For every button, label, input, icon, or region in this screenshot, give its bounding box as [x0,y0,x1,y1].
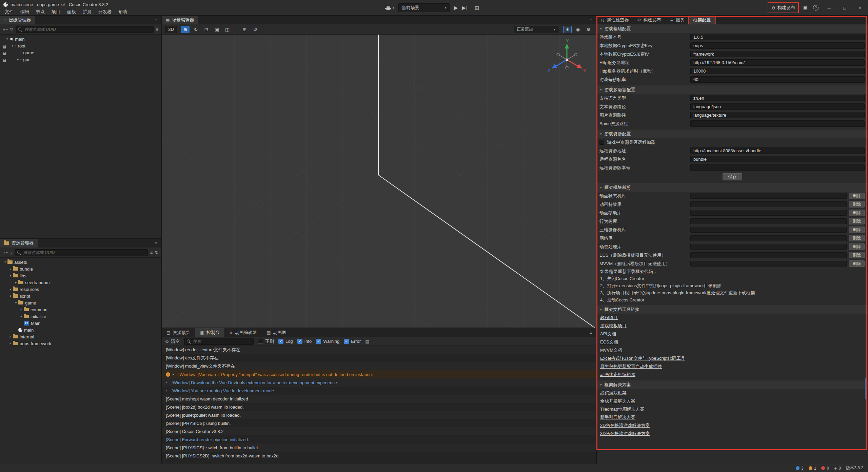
image-res-path-input[interactable] [690,112,865,118]
create-node-button[interactable]: +▾ [3,27,8,32]
log-row[interactable]: [Scene] meshopt wasm decoder initialized [162,395,596,403]
collapse-icon[interactable]: ▾ [5,37,9,41]
expand-icon[interactable]: ▸ [16,58,20,61]
regex-checkbox[interactable] [258,339,263,344]
doc-link[interactable]: 动画状态机编辑器 [600,372,635,378]
tree-node[interactable]: ▾ ▣ main [0,36,161,42]
collapse-icon[interactable]: ▾ [14,301,18,304]
warning-count-badge[interactable]: 1 [809,466,816,471]
expand-icon[interactable]: ▸ [8,288,13,291]
create-asset-button[interactable]: +▾ [3,250,8,255]
info-filter[interactable]: ✓ Info [297,339,312,344]
light-toggle-icon[interactable]: ☀ [563,26,572,33]
lock-icon[interactable] [3,44,6,50]
preview-device-button[interactable]: ▾ [385,6,394,10]
section-basic-config[interactable]: ▾ 游戏基础配置 [597,24,868,33]
log-checkbox[interactable]: ✓ [278,339,283,344]
gizmo-visibility-icon[interactable]: ◉ [574,26,582,33]
assets-search-input[interactable] [23,250,145,255]
delete-button[interactable]: 删除 [849,235,865,241]
asset-node[interactable]: ▾ assets [0,259,161,266]
build-tasks-icon[interactable]: ▣ [803,5,808,11]
expand-icon[interactable]: ▸ [14,281,18,284]
solution-link[interactable]: Tiledmap地图解决方案 [600,406,645,412]
clear-console-button[interactable]: ⊘ 清空 [165,338,180,345]
remote-version-input[interactable] [690,164,865,171]
menu-extension[interactable]: 扩展 [79,9,95,15]
tab-framework-config[interactable]: 框架配置 [689,16,715,24]
log-filter[interactable]: ✓ Log [278,339,293,344]
doc-link[interactable]: API文档 [600,331,616,337]
log-row[interactable]: [Window] ecs文件夹不存在 [162,354,596,362]
menu-node[interactable]: 节点 [33,9,48,15]
save-button[interactable]: 保存 [723,173,742,180]
menu-edit[interactable]: 编辑 [17,9,33,15]
undo-view-icon[interactable]: ↺ [251,26,259,33]
delete-button[interactable]: 删除 [849,260,865,267]
minimize-button[interactable]: ─ [824,5,834,11]
panel-menu-icon[interactable]: ≡ [151,240,161,246]
doc-link[interactable]: 游戏模板项目 [600,323,627,329]
doc-link[interactable]: 原生包热更新配置自动生成插件 [600,363,662,370]
error-checkbox[interactable]: ✓ [344,339,349,344]
log-row[interactable]: [Scene] [PHYSICS2D]: switch from box2d-w… [162,452,596,460]
tree-node[interactable]: ▾ ▫ root [0,42,161,49]
doc-link[interactable]: Excel格式转Json文件与TypeScript代码工具 [600,355,685,361]
solution-link[interactable]: 3D角色扮演游戏解决方案 [600,431,650,437]
remote-url-input[interactable] [690,148,865,154]
asset-node[interactable]: TS Main [0,320,161,327]
menu-file[interactable]: 文件 [1,9,17,15]
filter-icon[interactable]: ▽ [10,27,13,32]
delete-button[interactable]: 删除 [849,218,865,224]
console-search-input[interactable] [193,339,251,344]
log-row[interactable]: [Scene] [bullet]:bullet wasm lib loaded. [162,411,596,419]
sort-filter-icon[interactable]: ≡ [156,27,158,32]
expand-icon[interactable]: ▸ [8,267,13,271]
tab-build-publish[interactable]: ⚙ 构建发布 [633,16,665,24]
game-version-input[interactable] [690,34,865,40]
menu-help[interactable]: 帮助 [115,9,131,15]
delete-button[interactable]: 删除 [849,227,865,233]
frame-rate-input[interactable] [690,76,865,83]
remote-bundle-input[interactable] [690,156,865,162]
crypto-key-input[interactable] [690,42,865,49]
transform-space-icon[interactable]: ◫ [223,26,232,33]
assets-tab[interactable]: 资源管理器 [0,239,38,248]
delete-button[interactable]: 删除 [849,201,865,208]
tab-animation-graph[interactable]: ▦ 动画图 [262,328,291,337]
delete-button[interactable]: 删除 [849,193,865,199]
log-row-warning[interactable]: ! ▸ [Window] [Vue warn]: Property "onInp… [162,370,596,378]
projection-mode-button[interactable]: 3D [165,26,177,33]
language-types-input[interactable] [690,95,865,101]
asset-node[interactable]: ▾ libs [0,272,161,279]
log-row[interactable]: [Window] model_view文件夹不存在 [162,362,596,370]
collapse-icon[interactable]: ▾ [8,294,13,298]
info-count-badge[interactable]: 3 [796,466,804,471]
doc-link[interactable]: ECS文档 [600,339,618,345]
delete-button[interactable]: 删除 [849,252,865,258]
doc-link[interactable]: MVVM文档 [600,347,622,353]
expand-icon[interactable]: ▸ [166,389,169,392]
asset-node[interactable]: ▸ oops-framework [0,340,161,347]
collapse-icon[interactable]: ▾ [8,274,13,277]
render-mode-select[interactable]: 正常渲染 ▾ [514,26,558,33]
help-icon[interactable]: ? [813,5,818,11]
menu-developer[interactable]: 开发者 [95,9,115,15]
remote-load-checkbox[interactable] [599,140,604,145]
rect-tool-icon[interactable]: ▣ [213,26,221,33]
collapse-icon[interactable]: ▾ [10,44,15,47]
log-row-info[interactable]: ▸ [Window] You are running Vue in develo… [162,387,596,395]
asset-node[interactable]: ▸ bundle [0,266,161,272]
text-res-path-input[interactable] [690,103,865,110]
maximize-button[interactable]: □ [840,5,850,11]
lock-icon[interactable] [3,51,6,56]
section-doc-links[interactable]: ▾ 框架文档工具链接 [597,305,868,314]
expand-icon[interactable]: ▸ [166,381,169,384]
perf-badge[interactable]: ◈ 0 [834,466,841,471]
warning-checkbox[interactable]: ✓ [316,339,321,344]
log-row[interactable]: [Scene] [box2d]:box2d wasm lib loaded. [162,403,596,411]
layout-grid-icon[interactable]: ⊞ [475,5,479,11]
tree-node[interactable]: ▸ ▫ gui [0,56,161,63]
panel-menu-icon[interactable]: ≡ [151,17,161,23]
menu-panel[interactable]: 面板 [64,9,79,15]
